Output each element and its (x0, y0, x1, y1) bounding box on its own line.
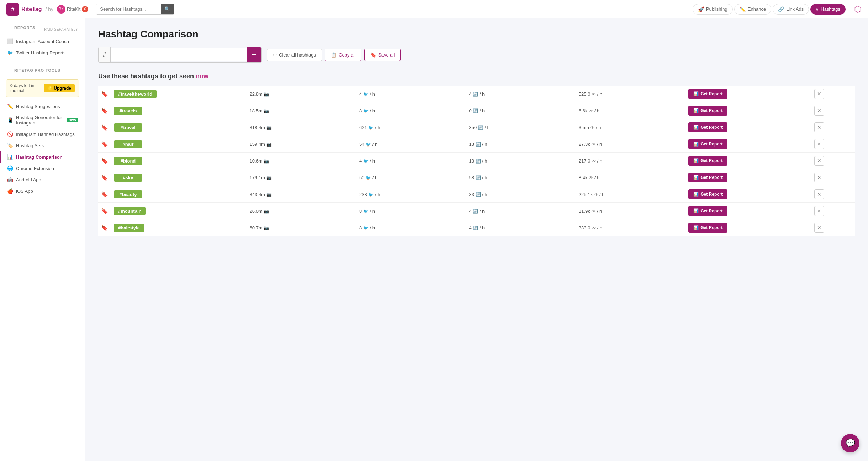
hive-icon[interactable]: ⬡ (854, 4, 862, 14)
bookmark-icon-5[interactable]: 🔖 (101, 175, 108, 181)
remove-button-2[interactable]: ✕ (814, 122, 824, 132)
get-report-button-3[interactable]: 📊 Get Report (688, 139, 727, 149)
input-row: # + ↩ Clear all hashtags 📋 Copy all 🔖 Sa… (98, 47, 855, 63)
tab-label-linkads: Link Ads (786, 6, 804, 12)
twitter-icon-0: 🐦 (363, 92, 369, 97)
chat-button[interactable]: 💬 (841, 434, 859, 452)
bookmark-icon-4[interactable]: 🔖 (101, 158, 108, 164)
views-icon-6: 👁 (594, 192, 598, 197)
chart-icon-3: 📊 (693, 142, 699, 147)
save-all-button[interactable]: 🔖 Save all (364, 49, 401, 61)
sidebar-item-ig-generator[interactable]: 📱Hashtag Generator for InstagramNEW (0, 112, 85, 128)
get-report-button-7[interactable]: 📊 Get Report (688, 206, 727, 216)
twitter-icon-1: 🐦 (363, 108, 369, 113)
tag-pill-0[interactable]: #traveltheworld (114, 90, 157, 98)
save-label: Save all (378, 52, 395, 58)
tag-pill-2[interactable]: #travel (114, 123, 142, 132)
remove-button-6[interactable]: ✕ (814, 189, 824, 199)
retweet-icon-7: 🔄 (473, 209, 478, 214)
views-cell-7: 11.9k 👁 / h (576, 203, 686, 219)
search-input[interactable] (96, 4, 161, 14)
tag-pill-3[interactable]: #hair (114, 140, 142, 148)
report-cell-2: 📊 Get Report (686, 119, 811, 136)
sidebar-item-comparison[interactable]: 📊Hashtag Comparison (0, 151, 85, 163)
get-report-button-6[interactable]: 📊 Get Report (688, 189, 727, 199)
bookmark-icon-3[interactable]: 🔖 (101, 141, 108, 147)
tag-pill-5[interactable]: #sky (114, 174, 142, 182)
views-cell-0: 525.0 👁 / h (576, 86, 686, 102)
get-report-button-5[interactable]: 📊 Get Report (688, 173, 727, 182)
upgrade-button[interactable]: ⭐ Upgrade (44, 84, 75, 92)
nav-tab-linkads[interactable]: 🔗Link Ads (773, 4, 809, 15)
sidebar-item-android[interactable]: 🤖Android App (0, 174, 85, 185)
instagram-icon-2: 📷 (266, 125, 272, 130)
new-badge-ig-generator: NEW (67, 118, 78, 122)
sidebar: REPORTS PAID SEPARATELY ⬜Instagram Accou… (0, 18, 85, 461)
retweets-cell-0: 4 🔄 / h (466, 86, 576, 102)
bookmark-icon-1[interactable]: 🔖 (101, 108, 108, 114)
remove-button-4[interactable]: ✕ (814, 156, 824, 166)
sidebar-item-ios[interactable]: 🍎iOS App (0, 185, 85, 197)
tab-label-enhance: Enhance (748, 6, 766, 12)
posts-cell-2: 318.4m 📷 (247, 119, 356, 136)
bookmark-cell-4: 🔖 (98, 153, 111, 169)
tweets-cell-4: 4 🐦 / h (356, 153, 466, 169)
bookmark-icon-0[interactable]: 🔖 (101, 91, 108, 97)
sidebar-pro-list: ✏️Hashtag Suggestions📱Hashtag Generator … (0, 101, 85, 197)
retweet-icon-8: 🔄 (473, 226, 478, 231)
bookmark-icon-6[interactable]: 🔖 (101, 191, 108, 197)
twitter-icon-5: 🐦 (366, 175, 371, 180)
get-report-button-0[interactable]: 📊 Get Report (688, 89, 727, 99)
tweets-cell-1: 8 🐦 / h (356, 102, 466, 119)
remove-button-8[interactable]: ✕ (814, 223, 824, 233)
bookmark-icon-2[interactable]: 🔖 (101, 124, 108, 131)
remove-button-5[interactable]: ✕ (814, 173, 824, 182)
sidebar-icon-sets: 🏷️ (7, 143, 13, 148)
seen-now: now (196, 73, 208, 80)
sidebar-item-suggestions[interactable]: ✏️Hashtag Suggestions (0, 101, 85, 112)
remove-button-1[interactable]: ✕ (814, 106, 824, 116)
notification-badge[interactable]: 6 (82, 6, 88, 12)
get-report-button-2[interactable]: 📊 Get Report (688, 122, 727, 132)
remove-button-3[interactable]: ✕ (814, 139, 824, 149)
tag-pill-1[interactable]: #travels (114, 107, 142, 115)
nav-tab-enhance[interactable]: ✏️Enhance (734, 4, 771, 15)
clear-label: Clear all hashtags (279, 52, 316, 58)
nav-tab-hashtags[interactable]: #Hashtags (810, 4, 846, 15)
add-hashtag-button[interactable]: + (247, 47, 261, 62)
remove-button-7[interactable]: ✕ (814, 206, 824, 216)
search-button[interactable]: 🔍 (161, 4, 174, 14)
tag-pill-7[interactable]: #mountain (114, 207, 146, 215)
ritekit-logo[interactable]: RK RiteKit 6 (57, 5, 88, 14)
sidebar-icon-twitter-reports: 🐦 (7, 50, 13, 55)
remove-button-0[interactable]: ✕ (814, 89, 824, 99)
sidebar-icon-chrome: 🌐 (7, 165, 13, 171)
tag-pill-6[interactable]: #beauty (114, 190, 142, 198)
bookmark-cell-8: 🔖 (98, 219, 111, 236)
report-cell-8: 📊 Get Report (686, 219, 811, 236)
table-row: 🔖 #hairstyle 60.7m 📷 8 🐦 / h 4 🔄 / h 333… (98, 219, 855, 236)
get-report-button-1[interactable]: 📊 Get Report (688, 106, 727, 116)
logo-area: # RiteTag / by RK RiteKit 6 (6, 3, 88, 16)
sidebar-label-ios: iOS App (16, 189, 33, 194)
sidebar-item-twitter-reports[interactable]: 🐦Twitter Hashtag Reports (0, 47, 85, 58)
bookmark-icon-8[interactable]: 🔖 (101, 225, 108, 231)
clear-all-button[interactable]: ↩ Clear all hashtags (267, 49, 322, 61)
tag-pill-4[interactable]: #blond (114, 157, 142, 165)
tag-pill-8[interactable]: #hairstyle (114, 224, 144, 232)
sidebar-item-instagram-coach[interactable]: ⬜Instagram Account Coach (0, 36, 85, 47)
nav-tab-publishing[interactable]: 🚀Publishing (693, 4, 733, 15)
instagram-icon-7: 📷 (264, 209, 269, 214)
copy-all-button[interactable]: 📋 Copy all (325, 49, 361, 61)
get-report-button-4[interactable]: 📊 Get Report (688, 156, 727, 166)
hashtag-input[interactable] (111, 48, 247, 61)
hashtag-table-body: 🔖 #traveltheworld 22.8m 📷 4 🐦 / h 4 🔄 / … (98, 86, 855, 236)
get-report-button-8[interactable]: 📊 Get Report (688, 223, 727, 233)
views-icon-2: 👁 (590, 125, 594, 130)
sidebar-label-comparison: Hashtag Comparison (16, 154, 63, 160)
reports-section-header: REPORTS PAID SEPARATELY (0, 26, 85, 36)
sidebar-item-sets[interactable]: 🏷️Hashtag Sets (0, 140, 85, 151)
bookmark-icon-7[interactable]: 🔖 (101, 208, 108, 214)
sidebar-item-banned[interactable]: 🚫Instagram Banned Hashtags (0, 128, 85, 140)
sidebar-item-chrome[interactable]: 🌐Chrome Extension (0, 163, 85, 174)
